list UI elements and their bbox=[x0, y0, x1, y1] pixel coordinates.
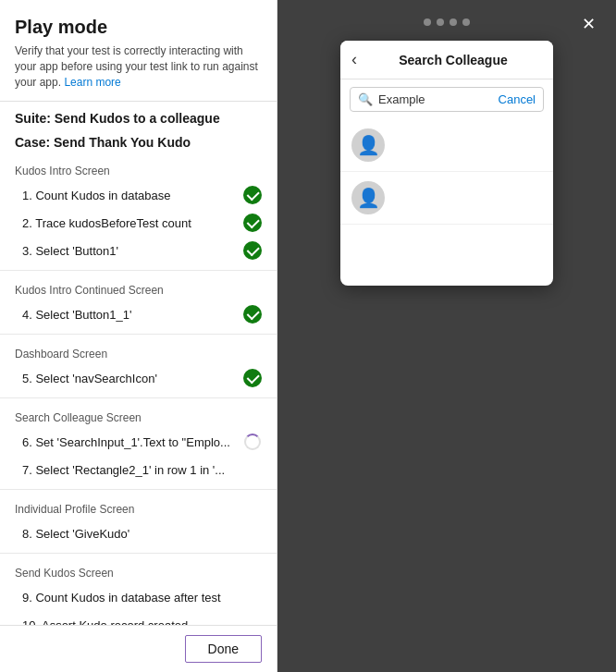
step-row-7: 7. Select 'Rectangle2_1' in row 1 in '..… bbox=[0, 456, 277, 483]
step-icon-6 bbox=[243, 433, 262, 451]
right-panel: ✕ ‹ Search Colleague 🔍 Example Cancel 👤 bbox=[277, 0, 616, 672]
phone-cancel-link[interactable]: Cancel bbox=[499, 92, 536, 106]
step-text-10: 10. Assert Kudo record created bbox=[22, 618, 236, 625]
divider-2 bbox=[0, 334, 277, 335]
step-text-4: 4. Select 'Button1_1' bbox=[22, 308, 236, 322]
phone-search-input[interactable]: Example bbox=[378, 92, 491, 106]
step-text-2: 2. Trace kudosBeforeTest count bbox=[22, 216, 236, 230]
play-mode-desc: Verify that your test is correctly inter… bbox=[15, 43, 262, 90]
step-row-8: 8. Select 'GiveKudo' bbox=[0, 519, 277, 547]
avatar-2: 👤 bbox=[351, 181, 385, 214]
divider-5 bbox=[0, 553, 277, 554]
step-row-3: 3. Select 'Button1' bbox=[0, 237, 277, 264]
step-text-1: 1. Count Kudos in database bbox=[22, 189, 236, 202]
section-label-2: Dashboard Screen bbox=[0, 340, 277, 364]
check-icon-2 bbox=[243, 214, 262, 232]
step-icon-1 bbox=[243, 186, 262, 204]
person-icon-1: 👤 bbox=[357, 134, 380, 156]
person-row-1[interactable]: 👤 bbox=[340, 119, 553, 172]
step-row-2: 2. Trace kudosBeforeTest count bbox=[0, 209, 277, 237]
step-row-10: 10. Assert Kudo record created bbox=[0, 611, 277, 625]
step-icon-9 bbox=[243, 588, 262, 606]
step-text-6: 6. Set 'SearchInput_1'.Text to "Emplo... bbox=[22, 435, 236, 449]
step-icon-8 bbox=[243, 524, 262, 543]
dot-2 bbox=[437, 18, 444, 26]
check-icon-4 bbox=[243, 305, 262, 324]
avatar-1: 👤 bbox=[351, 128, 385, 162]
step-icon-10 bbox=[243, 616, 262, 625]
dot-3 bbox=[450, 18, 457, 26]
person-icon-2: 👤 bbox=[357, 187, 380, 209]
divider-3 bbox=[0, 397, 277, 398]
play-mode-title: Play mode bbox=[15, 17, 262, 38]
section-label-3: Search Colleague Screen bbox=[0, 404, 277, 428]
step-text-5: 5. Select 'navSearchIcon' bbox=[22, 372, 236, 385]
close-button[interactable]: ✕ bbox=[575, 11, 601, 37]
phone-content: 👤 👤 bbox=[340, 119, 553, 286]
check-icon-5 bbox=[243, 369, 262, 387]
phone-frame: ‹ Search Colleague 🔍 Example Cancel 👤 👤 bbox=[340, 41, 553, 286]
done-button[interactable]: Done bbox=[185, 635, 262, 663]
steps-scroll-area[interactable]: Kudos Intro Screen 1. Count Kudos in dat… bbox=[0, 157, 277, 625]
description-text: Verify that your test is correctly inter… bbox=[15, 44, 258, 89]
suite-title: Suite: Send Kudos to a colleague bbox=[0, 101, 277, 131]
section-label-4: Individual Profile Screen bbox=[0, 495, 277, 519]
dot-1 bbox=[424, 18, 431, 26]
step-text-8: 8. Select 'GiveKudo' bbox=[22, 527, 236, 541]
footer-area: Done bbox=[0, 625, 277, 672]
learn-more-link[interactable]: Learn more bbox=[64, 76, 120, 89]
close-icon: ✕ bbox=[582, 14, 596, 34]
step-text-3: 3. Select 'Button1' bbox=[22, 244, 236, 258]
step-row-6: 6. Set 'SearchInput_1'.Text to "Emplo... bbox=[0, 428, 277, 456]
search-icon: 🔍 bbox=[358, 92, 373, 106]
dots-row bbox=[424, 18, 470, 26]
back-arrow-icon[interactable]: ‹ bbox=[351, 50, 357, 69]
section-label-0: Kudos Intro Screen bbox=[0, 157, 277, 181]
person-row-2[interactable]: 👤 bbox=[340, 172, 553, 225]
step-icon-3 bbox=[243, 241, 262, 260]
step-icon-4 bbox=[243, 305, 262, 324]
check-icon-3 bbox=[243, 241, 262, 260]
step-row-5: 5. Select 'navSearchIcon' bbox=[0, 364, 277, 392]
step-icon-2 bbox=[243, 214, 262, 232]
dot-4 bbox=[462, 18, 470, 26]
section-label-5: Send Kudos Screen bbox=[0, 559, 277, 583]
step-row-4: 4. Select 'Button1_1' bbox=[0, 300, 277, 328]
divider-1 bbox=[0, 270, 277, 271]
case-title: Case: Send Thank You Kudo bbox=[0, 131, 277, 157]
step-row-9: 9. Count Kudos in database after test bbox=[0, 583, 277, 611]
check-icon-1 bbox=[243, 186, 262, 204]
spinner-icon-6 bbox=[244, 434, 261, 450]
step-text-9: 9. Count Kudos in database after test bbox=[22, 591, 236, 605]
phone-header: ‹ Search Colleague bbox=[340, 41, 553, 79]
left-panel: Play mode Verify that your test is corre… bbox=[0, 0, 277, 672]
step-row-1: 1. Count Kudos in database bbox=[0, 181, 277, 209]
phone-search-bar[interactable]: 🔍 Example Cancel bbox=[350, 87, 544, 112]
section-label-1: Kudos Intro Continued Screen bbox=[0, 276, 277, 300]
phone-screen-title: Search Colleague bbox=[364, 53, 542, 67]
divider-4 bbox=[0, 489, 277, 490]
step-icon-7 bbox=[243, 460, 262, 479]
panel-header: Play mode Verify that your test is corre… bbox=[0, 0, 277, 101]
step-icon-5 bbox=[243, 369, 262, 387]
step-text-7: 7. Select 'Rectangle2_1' in row 1 in '..… bbox=[22, 463, 236, 477]
